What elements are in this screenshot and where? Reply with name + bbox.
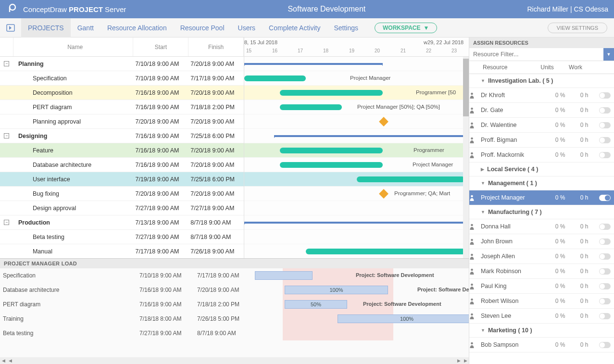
assign-toggle[interactable] [599, 224, 611, 230]
gantt-chart: 8, 15 Jul 2018w29, 22 Jul 20181516171819… [244, 38, 469, 258]
task-row[interactable]: Database architecture7/16/18 9:00 AM7/20… [0, 158, 244, 172]
gantt-bar[interactable] [280, 148, 383, 153]
user-info[interactable]: Richard Miller | CS Odessa [527, 5, 608, 13]
load-finish: 7/17/18 9:00 AM [197, 272, 255, 279]
task-row[interactable]: Beta testing7/27/18 9:00 AM8/7/18 9:00 A… [0, 230, 244, 244]
resource-item[interactable]: Proff. Mackornik0 %0 h [469, 148, 614, 163]
task-row[interactable]: PERT diagram7/16/18 9:00 AM7/18/18 2:00 … [0, 100, 244, 114]
task-start: 7/13/18 9:00 AM [133, 219, 188, 226]
tab-gantt[interactable]: Gantt [71, 18, 100, 38]
task-row[interactable]: Decomposition7/16/18 9:00 AM7/20/18 9:00… [0, 86, 244, 100]
tab-projects[interactable]: PROJECTS [21, 18, 71, 38]
resource-item[interactable]: Joseph Allen0 %0 h [469, 249, 614, 264]
svg-point-14 [471, 313, 473, 315]
resource-item[interactable]: Donna Hall0 %0 h [469, 219, 614, 234]
gantt-bar[interactable] [244, 75, 306, 81]
svg-point-7 [471, 195, 473, 197]
resource-work: 0 h [573, 313, 596, 319]
resource-item[interactable]: Proff. Bigman0 %0 h [469, 133, 614, 148]
expand-icon[interactable]: − [4, 61, 9, 66]
assign-toggle[interactable] [599, 313, 611, 319]
view-settings-button[interactable]: VIEW SETTINGS [548, 23, 607, 33]
gantt-bar[interactable] [244, 222, 465, 224]
task-row[interactable]: −Planning7/10/18 9:00 AM7/20/18 9:00 AM [0, 57, 244, 71]
assign-toggle[interactable] [599, 92, 611, 99]
resource-item[interactable]: Paul King0 %0 h [469, 279, 614, 294]
tab-complete-activity[interactable]: Complete Activity [262, 18, 327, 38]
expand-icon[interactable]: − [4, 220, 9, 225]
gantt-row [244, 129, 469, 143]
task-row[interactable]: User interface7/19/18 9:00 AM7/25/18 6:0… [0, 172, 244, 187]
resource-item[interactable]: John Brown0 %0 h [469, 234, 614, 249]
assign-toggle[interactable] [599, 268, 611, 275]
resource-item[interactable]: Robert Wilson0 %0 h [469, 294, 614, 309]
scroll-left-icon-2[interactable]: ◀ [7, 358, 13, 363]
gantt-bar[interactable] [280, 90, 383, 96]
resource-group[interactable]: ▶Local Service ( 4 ) [469, 163, 614, 176]
task-row[interactable]: Feature7/16/18 9:00 AM7/20/18 9:00 AM [0, 143, 244, 158]
milestone-icon[interactable] [379, 189, 388, 199]
gantt-bar[interactable] [274, 135, 465, 137]
tab-settings[interactable]: Settings [327, 18, 365, 38]
workspace-button[interactable]: WORKSPACE▼ [375, 23, 437, 33]
scroll-right-icon[interactable]: ▶ [455, 358, 462, 363]
assign-toggle[interactable] [599, 195, 611, 201]
task-row[interactable]: Bug fixing7/20/18 9:00 AM7/20/18 9:00 AM [0, 187, 244, 201]
assign-toggle[interactable] [599, 238, 611, 245]
tab-users[interactable]: Users [231, 18, 263, 38]
sidebar-toggle-icon[interactable] [3, 20, 18, 36]
assign-toggle[interactable] [599, 298, 611, 304]
load-bar[interactable] [255, 271, 313, 280]
tab-resource-pool[interactable]: Resource Pool [174, 18, 231, 38]
resource-item[interactable]: Mark Robinson0 %0 h [469, 264, 614, 279]
assign-toggle[interactable] [599, 253, 611, 260]
resource-work: 0 h [573, 122, 596, 128]
task-row[interactable]: −Designing7/16/18 9:00 AM7/25/18 6:00 PM [0, 129, 244, 143]
resource-filter-input[interactable] [469, 48, 603, 61]
resource-item[interactable]: Project Manager0 %0 h [469, 190, 614, 205]
chevron-down-icon: ▼ [424, 25, 429, 31]
gantt-bar[interactable] [244, 63, 383, 65]
resource-group[interactable]: ▼Manufacturing ( 7 ) [469, 205, 614, 219]
gantt-bar[interactable] [306, 249, 465, 254]
horizontal-scrollbar[interactable]: ◀ ◀ ▶ ▶ [0, 357, 469, 364]
load-bar[interactable]: 100% [338, 314, 469, 323]
scroll-left-icon[interactable]: ◀ [0, 358, 7, 363]
chevron-icon: ▶ [481, 167, 484, 172]
vertical-scrollbar[interactable] [463, 57, 469, 258]
filter-dropdown-icon[interactable]: ▼ [603, 48, 614, 61]
load-bar[interactable]: 100% [285, 286, 388, 294]
task-name: Production [13, 219, 134, 226]
resource-item[interactable]: Steven Lee0 %0 h [469, 309, 614, 324]
resource-group[interactable]: ▼Management ( 1 ) [469, 176, 614, 190]
task-row[interactable]: −Production7/13/18 9:00 AM8/7/18 9:00 AM [0, 215, 244, 230]
tab-resource-allocation[interactable]: Resource Allocation [100, 18, 174, 38]
resource-item[interactable]: Dr. Walentine0 %0 h [469, 118, 614, 133]
assign-toggle[interactable] [599, 107, 611, 113]
task-row[interactable]: Manual7/17/18 9:00 AM7/26/18 9:00 AM [0, 244, 244, 258]
resource-item[interactable]: Dr. Gate0 %0 h [469, 103, 614, 118]
milestone-icon[interactable] [379, 117, 388, 126]
assign-toggle[interactable] [599, 137, 611, 143]
task-row[interactable]: Planning approval7/20/18 9:00 AM7/20/18 … [0, 114, 244, 129]
gantt-bar[interactable] [280, 104, 342, 110]
assign-toggle[interactable] [599, 152, 611, 158]
task-row[interactable]: Design approval7/27/18 9:00 AM7/27/18 9:… [0, 201, 244, 215]
task-finish: 8/7/18 9:00 AM [188, 219, 244, 226]
gantt-bar[interactable] [357, 176, 465, 182]
resource-group[interactable]: ▼lInvestigation Lab. ( 5 ) [469, 74, 614, 88]
task-row[interactable]: Specification7/10/18 9:00 AM7/17/18 9:00… [0, 71, 244, 86]
resource-item[interactable]: Dr Khroft0 %0 h [469, 88, 614, 103]
task-start: 7/16/18 9:00 AM [133, 104, 188, 111]
load-bar[interactable]: 50% [285, 300, 347, 309]
assign-toggle[interactable] [599, 283, 611, 289]
resource-item[interactable]: Bob Sampson0 %0 h [469, 338, 614, 352]
resource-name: Paul King [481, 283, 548, 289]
assign-toggle[interactable] [599, 342, 611, 348]
gantt-bar[interactable] [280, 162, 383, 168]
assign-toggle[interactable] [599, 122, 611, 128]
expand-icon[interactable]: − [4, 133, 9, 138]
resource-group[interactable]: ▼Marketing ( 10 ) [469, 324, 614, 338]
scroll-right-icon-2[interactable]: ▶ [462, 358, 469, 363]
resources-panel-title: ASSIGN RESOURCES [469, 38, 614, 48]
